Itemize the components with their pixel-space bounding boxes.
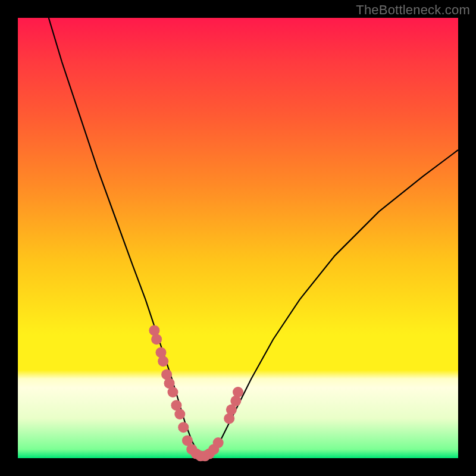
marker-dot xyxy=(174,409,185,419)
marker-cluster-right xyxy=(224,387,243,424)
bottleneck-curve xyxy=(49,18,458,458)
marker-dot xyxy=(167,387,178,397)
marker-dot xyxy=(233,387,243,397)
marker-dot xyxy=(158,356,168,367)
watermark-text: TheBottleneck.com xyxy=(356,2,470,18)
marker-dot xyxy=(178,422,189,433)
marker-dot xyxy=(213,437,224,448)
marker-dot xyxy=(151,334,162,345)
chart-overlay xyxy=(18,18,458,458)
marker-cluster-left xyxy=(149,325,193,446)
